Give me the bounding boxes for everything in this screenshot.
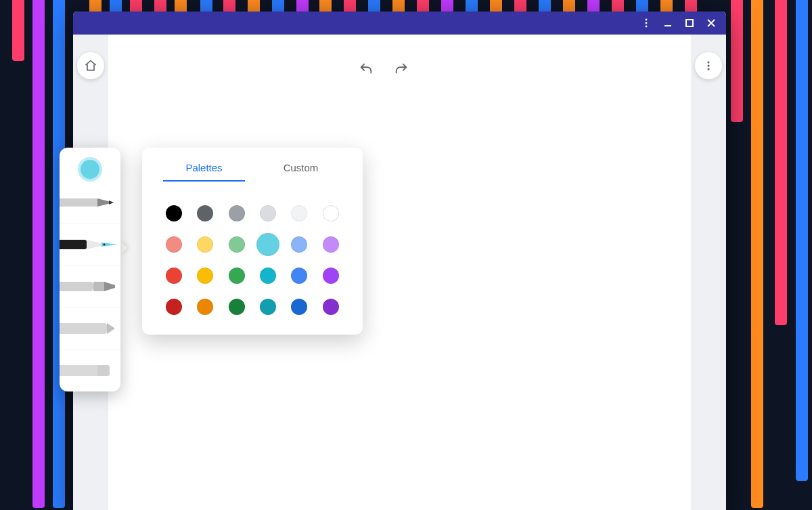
color-swatch[interactable] [197, 236, 213, 253]
svg-point-7 [707, 61, 709, 63]
svg-point-8 [707, 64, 709, 66]
title-overflow-button[interactable] [635, 12, 657, 35]
tool-smudge[interactable] [60, 308, 120, 350]
wallpaper-stripe [731, 0, 743, 122]
tool-pencil[interactable] [60, 182, 120, 224]
home-icon [84, 59, 97, 72]
color-swatch[interactable] [166, 205, 182, 221]
marker-icon [60, 274, 120, 299]
home-button[interactable] [77, 52, 104, 79]
window-close-button[interactable] [700, 12, 722, 35]
window-minimize-button[interactable] [657, 12, 679, 35]
color-swatch[interactable] [197, 205, 213, 221]
color-swatch[interactable] [291, 299, 307, 315]
color-palette-popover: Palettes Custom [142, 148, 363, 335]
tab-palettes[interactable]: Palettes [156, 162, 252, 182]
wallpaper-stripe [796, 0, 808, 481]
color-swatch[interactable] [166, 299, 182, 315]
svg-rect-20 [60, 323, 107, 334]
color-swatch[interactable] [229, 236, 245, 253]
color-swatch[interactable] [291, 268, 307, 284]
svg-rect-4 [686, 20, 693, 26]
wallpaper-stripe [12, 0, 24, 61]
tool-marker[interactable] [60, 265, 120, 307]
svg-rect-18 [93, 282, 104, 291]
color-swatch[interactable] [197, 299, 213, 315]
color-swatch[interactable] [323, 236, 339, 253]
svg-rect-24 [97, 365, 110, 376]
tab-custom[interactable]: Custom [252, 162, 349, 182]
pen-icon [60, 232, 120, 257]
color-swatch[interactable] [197, 268, 213, 284]
color-swatch[interactable] [260, 268, 276, 284]
wallpaper-stripe [32, 0, 45, 508]
color-swatch[interactable] [260, 299, 276, 315]
color-swatch[interactable] [166, 268, 182, 284]
color-swatch[interactable] [323, 205, 339, 221]
swatch-grid [142, 182, 363, 322]
right-gutter [691, 35, 726, 510]
eraser-icon [60, 358, 120, 383]
color-swatch[interactable] [229, 299, 245, 315]
svg-rect-13 [60, 240, 87, 249]
color-swatch[interactable] [256, 233, 279, 256]
current-color-chip[interactable] [78, 157, 102, 182]
svg-marker-22 [107, 323, 115, 334]
window-maximize-button[interactable] [679, 12, 700, 35]
color-swatch[interactable] [291, 236, 307, 253]
color-swatch[interactable] [260, 205, 276, 221]
window-title-bar [73, 12, 726, 35]
svg-point-1 [646, 22, 648, 24]
overflow-menu-button[interactable] [695, 52, 722, 79]
tool-dock-pointer [120, 241, 127, 255]
color-swatch[interactable] [323, 299, 339, 315]
more-vertical-icon [703, 60, 714, 71]
svg-marker-19 [104, 282, 115, 291]
pencil-icon [60, 190, 120, 215]
svg-point-2 [646, 26, 648, 28]
smudge-icon [60, 316, 120, 341]
color-swatch[interactable] [229, 268, 245, 284]
svg-rect-10 [60, 198, 97, 207]
wallpaper-stripe [751, 0, 763, 508]
color-swatch[interactable] [323, 268, 339, 284]
svg-rect-17 [60, 282, 93, 291]
color-swatch[interactable] [291, 205, 307, 221]
palette-tabs: Palettes Custom [142, 148, 363, 182]
svg-marker-12 [109, 200, 114, 205]
color-swatch[interactable] [229, 205, 245, 221]
wallpaper-stripe [775, 0, 787, 325]
svg-point-0 [646, 19, 648, 21]
tool-dock [60, 148, 120, 391]
tool-pen[interactable] [60, 224, 120, 265]
color-swatch[interactable] [166, 236, 182, 253]
svg-point-9 [707, 68, 709, 70]
tool-eraser[interactable] [60, 350, 120, 391]
svg-point-16 [104, 243, 106, 245]
